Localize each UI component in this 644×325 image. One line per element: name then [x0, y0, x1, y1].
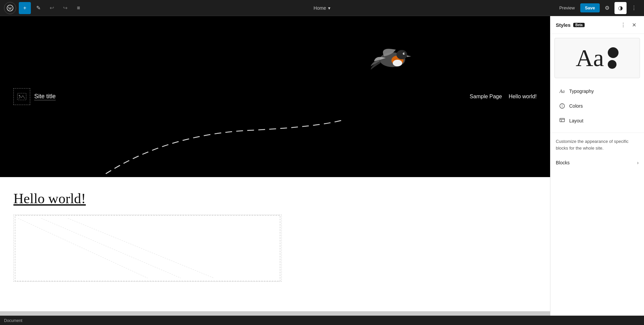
toolbar: W + ✎ ↩ ↪ ≡ Home ▾ Preview Save ⚙ ◑ ⋮ [0, 0, 644, 16]
close-icon: ✕ [632, 22, 636, 28]
layout-label: Layout [569, 118, 583, 123]
post-title[interactable]: Hello world! [13, 191, 537, 207]
toolbar-right-actions: Preview Save ⚙ ◑ ⋮ [555, 2, 640, 14]
svg-point-7 [396, 50, 407, 59]
site-logo-area: Site title [13, 88, 56, 105]
typography-label: Typography [569, 89, 594, 94]
logo-placeholder[interactable] [13, 88, 30, 105]
svg-text:W: W [8, 6, 12, 11]
main-area: Site title Sample Page Hello world! [0, 16, 644, 316]
svg-rect-2 [17, 93, 26, 100]
blocks-chevron-icon: › [637, 160, 639, 165]
svg-rect-10 [15, 215, 280, 281]
sidebar-title: Styles [556, 22, 571, 28]
preview-colors [608, 47, 619, 69]
typography-icon: Aa [558, 88, 566, 95]
blocks-label: Blocks [556, 160, 570, 165]
tools-button[interactable]: ✎ [32, 2, 44, 14]
more-icon: ⋮ [621, 22, 626, 28]
dashed-curve-decoration [0, 16, 550, 177]
layout-style-item[interactable]: Layout [553, 114, 641, 128]
list-view-button[interactable]: ≡ [72, 2, 85, 14]
page-title-label: Home [314, 5, 326, 11]
preview-button[interactable]: Preview [555, 3, 579, 12]
sidebar-title-area: Styles Beta [556, 22, 585, 28]
svg-rect-16 [560, 118, 565, 122]
sidebar-more-button[interactable]: ⋮ [619, 20, 628, 30]
styles-sidebar: Styles Beta ⋮ ✕ Aa [550, 16, 644, 316]
add-block-button[interactable]: + [19, 2, 31, 14]
nav-hello-world[interactable]: Hello world! [508, 94, 537, 100]
site-navigation: Sample Page Hello world! [470, 94, 537, 100]
nav-sample-page[interactable]: Sample Page [470, 94, 502, 100]
site-content: Hello world! [0, 177, 550, 311]
page-title-nav[interactable]: Home ▾ [314, 5, 330, 11]
dark-mode-button[interactable]: ◑ [614, 2, 627, 14]
svg-point-6 [393, 60, 402, 66]
colors-icon [558, 102, 566, 110]
editor-canvas[interactable]: Site title Sample Page Hello world! [0, 16, 550, 316]
more-options-button[interactable]: ⋮ [628, 2, 640, 14]
sidebar-description: Customize the appearance of specific blo… [550, 136, 644, 157]
beta-badge: Beta [573, 23, 585, 27]
svg-text:Aa: Aa [559, 89, 565, 94]
dropdown-chevron-icon: ▾ [328, 5, 330, 11]
layout-icon [558, 117, 566, 124]
sidebar-header: Styles Beta ⋮ ✕ [550, 16, 644, 34]
blocks-row[interactable]: Blocks › [550, 157, 644, 169]
svg-point-3 [19, 95, 20, 96]
post-image-block[interactable] [13, 215, 282, 282]
colors-label: Colors [569, 103, 583, 109]
wp-logo[interactable]: W [4, 2, 16, 14]
preview-dot-2 [608, 60, 616, 69]
site-title[interactable]: Site title [34, 93, 56, 100]
sidebar-divider [550, 132, 644, 133]
site-header: Site title Sample Page Hello world! [0, 16, 550, 177]
redo-button[interactable]: ↪ [59, 2, 71, 14]
more-icon: ⋮ [631, 5, 637, 11]
undo-button[interactable]: ↩ [46, 2, 58, 14]
style-options-list: Aa Typography Colors [550, 82, 644, 130]
document-label[interactable]: Document [4, 318, 22, 323]
typography-style-item[interactable]: Aa Typography [553, 84, 641, 98]
style-preview-area[interactable]: Aa [554, 38, 640, 78]
sidebar-close-button[interactable]: ✕ [629, 20, 639, 30]
settings-button[interactable]: ⚙ [601, 2, 613, 14]
sidebar-header-actions: ⋮ ✕ [619, 20, 639, 30]
gear-icon: ⚙ [605, 5, 609, 11]
dark-mode-icon: ◑ [618, 5, 623, 11]
save-button[interactable]: Save [580, 3, 600, 12]
colors-style-item[interactable]: Colors [553, 99, 641, 113]
bird-illustration [369, 36, 416, 80]
preview-typography: Aa [576, 46, 604, 70]
preview-dot-1 [608, 47, 619, 58]
statusbar: Document [0, 316, 644, 325]
svg-point-9 [404, 53, 405, 54]
